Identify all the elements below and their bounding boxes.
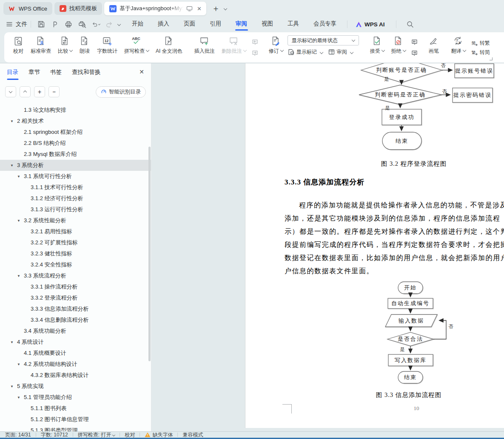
- export-pdf-button[interactable]: [51, 20, 59, 28]
- close-sidebar-icon[interactable]: ✕: [139, 68, 144, 75]
- collapse-all-button[interactable]: [20, 86, 31, 97]
- toc-item[interactable]: ▼ 3.4 系统功能分析: [0, 326, 151, 337]
- sidebar-tab-find-replace[interactable]: 查找和替换: [72, 63, 101, 82]
- menu-page[interactable]: 页面: [177, 17, 202, 31]
- collapse-arrow-icon[interactable]: ▼: [10, 385, 17, 388]
- toc-item[interactable]: ▼ 5.1.1 图书列表: [0, 403, 151, 414]
- toc-item[interactable]: ▼ 3.3.1 操作流程分析: [0, 281, 151, 292]
- toc-item[interactable]: ▼ 3.2 系统性能分析: [0, 215, 151, 226]
- expand-group-icon[interactable]: [490, 57, 493, 60]
- ai-polish-button[interactable]: AI 全文润色: [152, 34, 186, 61]
- next-change-icon[interactable]: [411, 50, 418, 57]
- toc-item[interactable]: ▼ 2.1 springboot 框架介绍: [0, 127, 151, 138]
- toc-item[interactable]: ▼ 2.3 Mysql 数据库介绍: [0, 149, 151, 160]
- toc-item[interactable]: ▼ 3.3 系统流程分析: [0, 270, 151, 281]
- previous-change-icon[interactable]: [411, 39, 418, 46]
- close-tab-icon[interactable]: ✕: [196, 6, 203, 12]
- toc-item[interactable]: ▼ 4.3.2 数据库表结构设计: [0, 370, 151, 381]
- print-button[interactable]: [64, 20, 73, 28]
- to-simplified-button[interactable]: 繁 转简: [471, 49, 490, 56]
- collapse-arrow-icon[interactable]: ▼: [17, 219, 24, 223]
- toc-item[interactable]: ▼ 3.2.3 健壮性指标: [0, 248, 151, 259]
- next-comment-icon[interactable]: [251, 50, 259, 57]
- page-indicator[interactable]: 页面: 14/31: [5, 431, 31, 439]
- insert-comment-button[interactable]: 插入批注: [191, 34, 218, 61]
- spell-check-button[interactable]: ABC 拼写检查: [121, 34, 152, 61]
- menu-reference[interactable]: 引用: [202, 17, 228, 31]
- markup-state-dropdown[interactable]: 显示标记的最终状态: [288, 35, 359, 45]
- toc-item[interactable]: ▼ 3.1.2 经济可行性分析: [0, 193, 151, 204]
- toc-item[interactable]: ▼ 3.3.3 信息添加流程分析: [0, 303, 151, 314]
- menu-insert[interactable]: 插入: [151, 17, 177, 31]
- proofread-status[interactable]: 校对: [125, 431, 135, 439]
- menu-tools[interactable]: 工具: [280, 17, 306, 31]
- menu-view[interactable]: 视图: [254, 17, 280, 31]
- file-menu[interactable]: 文件: [6, 20, 27, 28]
- toc-item[interactable]: ▼ 5 系统实现: [0, 381, 151, 392]
- toc-item[interactable]: ▼ 3.3.4 信息删除流程分析: [0, 314, 151, 326]
- show-markup-button[interactable]: 显示标记: [288, 48, 323, 56]
- wps-ai-button[interactable]: WPS AI: [351, 21, 389, 28]
- expand-all-button[interactable]: [5, 86, 16, 97]
- tab-list-chevron-icon[interactable]: [224, 7, 227, 10]
- toc-item[interactable]: ▼ 3.1.1 技术可行性分析: [0, 182, 151, 193]
- sidebar-tab-chapters[interactable]: 章节: [28, 63, 40, 82]
- track-changes-button[interactable]: 修订: [265, 34, 287, 61]
- sidebar-tab-bookmarks[interactable]: 书签: [50, 63, 62, 82]
- collapse-arrow-icon[interactable]: ▼: [10, 119, 17, 123]
- toc-item[interactable]: ▼ 4.1 系统概要设计: [0, 348, 151, 359]
- to-traditional-button[interactable]: 简 转繁: [471, 40, 490, 47]
- collapse-arrow-icon[interactable]: ▼: [10, 164, 17, 167]
- menu-start[interactable]: 开始: [125, 17, 151, 31]
- previous-comment-icon[interactable]: [251, 39, 259, 46]
- compare-button[interactable]: 比较: [54, 34, 76, 61]
- sidebar-scrollbar[interactable]: [148, 147, 151, 361]
- accept-change-button[interactable]: 接受: [367, 34, 388, 61]
- toc-item[interactable]: ▼ 3.2.4 安全性指标: [0, 259, 151, 270]
- spell-check-toggle[interactable]: 拼写检查: 打开: [78, 431, 115, 439]
- review-pane-button[interactable]: 审阅: [328, 48, 353, 56]
- menu-member[interactable]: 会员专享: [306, 17, 344, 31]
- proofread-button[interactable]: 校对: [9, 34, 27, 61]
- redo-button[interactable]: [105, 20, 114, 28]
- new-tab-button[interactable]: ＋: [208, 3, 223, 14]
- collapse-arrow-icon[interactable]: ▼: [17, 175, 24, 178]
- toc-item[interactable]: ▼ 5.1 管理员功能介绍: [0, 392, 151, 403]
- tab-docer-templates[interactable]: 找稻壳模板: [54, 2, 102, 15]
- toc-item[interactable]: ▼ 5.1.3 图书类型管理: [0, 425, 151, 431]
- translate-button[interactable]: 文A 翻译: [448, 34, 469, 61]
- reject-change-button[interactable]: 拒绝: [388, 34, 409, 61]
- tab-wps-home[interactable]: WPS Office: [3, 2, 52, 15]
- tab-document[interactable]: 基于Java+springboot+MyS ✕: [104, 2, 206, 15]
- toc-item[interactable]: ▼ 4 系统设计: [0, 337, 151, 348]
- undo-button[interactable]: [91, 20, 100, 28]
- toc-item[interactable]: ▼ 4.2 系统功能结构设计: [0, 359, 151, 370]
- toc-item[interactable]: ▼ 3.3.2 登录流程分析: [0, 292, 151, 303]
- toc-item[interactable]: ▼ 5.1.2 图书订单信息管理: [0, 414, 151, 425]
- standard-review-button[interactable]: 标准审查: [27, 34, 54, 61]
- smart-toc-button[interactable]: 智能识别目录: [96, 86, 146, 98]
- undo-history-chevron-icon[interactable]: [98, 23, 100, 25]
- read-aloud-button[interactable]: 朗读: [76, 34, 94, 61]
- quickbar-chevron-icon[interactable]: [117, 23, 121, 26]
- print-preview-button[interactable]: [78, 20, 86, 28]
- zoom-in-toc-button[interactable]: ＋: [34, 86, 45, 97]
- collapse-arrow-icon[interactable]: ▼: [17, 396, 24, 399]
- toc-item[interactable]: ▼ 3.2.1 易用性指标: [0, 226, 151, 237]
- search-icon[interactable]: [406, 20, 414, 28]
- toc-item[interactable]: ▼ 2.2 B/S 结构介绍: [0, 138, 151, 149]
- toc-item[interactable]: ▼ 1.3 论文结构安排: [0, 105, 151, 116]
- sidebar-tab-contents[interactable]: 目录: [7, 63, 18, 82]
- missing-font-warning[interactable]: 缺失字体: [145, 431, 173, 439]
- toc-item[interactable]: ▼ 3 系统分析: [0, 160, 151, 171]
- save-button[interactable]: [37, 20, 46, 28]
- collapse-arrow-icon[interactable]: ▼: [17, 274, 24, 278]
- restrict-edit-button[interactable]: 限制: [497, 34, 504, 61]
- ink-brush-button[interactable]: 画笔: [425, 34, 443, 61]
- menu-review[interactable]: 审阅: [228, 17, 254, 31]
- toc-item[interactable]: ▼ 3.1.3 运行可行性分析: [0, 204, 151, 215]
- toc-item[interactable]: ▼ 3.2.2 可扩展性指标: [0, 237, 151, 248]
- toc-item[interactable]: ▼ 3.1 系统可行性分析: [0, 171, 151, 182]
- collapse-arrow-icon[interactable]: ▼: [17, 363, 24, 366]
- delete-comment-button[interactable]: 删除批注: [218, 34, 250, 61]
